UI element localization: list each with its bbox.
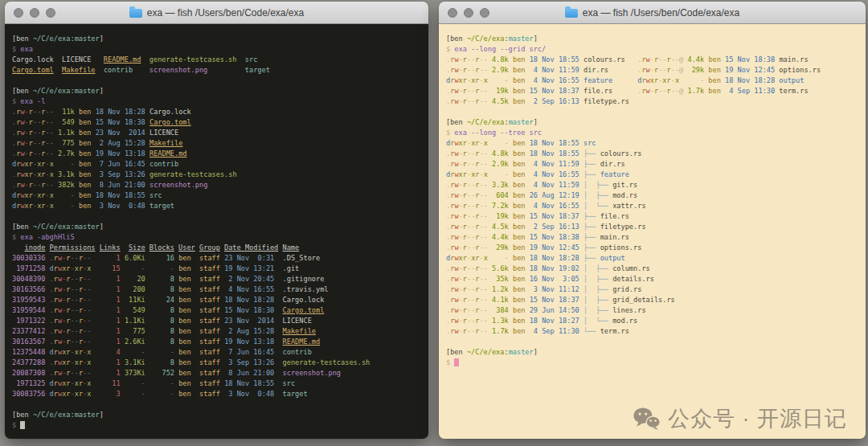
text-segment: ~/C/e/exa bbox=[467, 118, 505, 126]
text-segment: 3 Nov 0:48 bbox=[224, 390, 274, 398]
text-segment: 4 Nov 11:59 bbox=[530, 181, 579, 189]
text-segment: [ben bbox=[12, 411, 33, 419]
window-titlebar[interactable]: exa — fish /Users/ben/Code/exa/exa bbox=[439, 2, 866, 24]
text-segment: │ ├── bbox=[583, 191, 612, 199]
text-segment: ben bbox=[513, 87, 526, 95]
text-segment: 8 Jun 21:00 bbox=[96, 181, 145, 189]
text-segment: ben bbox=[513, 212, 526, 220]
text-segment: exa -abghHliS bbox=[20, 233, 74, 241]
text-segment: master bbox=[509, 35, 534, 43]
terminal-output[interactable]: [ben ~/C/e/exa:master]$ exaCargo.lock LI… bbox=[5, 24, 428, 439]
terminal-line: inode Permissions Links Size Blocks User… bbox=[12, 243, 428, 253]
terminal-line: [ben ~/C/e/exa:master] bbox=[12, 222, 428, 232]
text-segment: 4.8k bbox=[492, 55, 509, 63]
text-segment: 384 bbox=[492, 306, 509, 314]
zoom-button[interactable] bbox=[46, 8, 55, 18]
text-segment: ben bbox=[513, 223, 526, 231]
text-segment: $ bbox=[446, 129, 454, 137]
text-segment: 3 Sep 13:26 bbox=[96, 170, 145, 178]
terminal-line: .rw-r--r-- 549 ben 15 Nov 18:38 Cargo.to… bbox=[12, 117, 428, 128]
text-segment: ben bbox=[513, 139, 526, 147]
text-segment: ] bbox=[100, 223, 104, 231]
text-segment: filetype.rs bbox=[600, 223, 646, 231]
text-segment: master bbox=[75, 87, 100, 95]
text-segment: ben bbox=[513, 202, 526, 210]
text-segment: 8 Jun 21:00 bbox=[224, 369, 274, 377]
text-segment: ben bbox=[513, 306, 526, 314]
window-titlebar[interactable]: exa — fish /Users/ben/Code/exa/exa bbox=[5, 2, 428, 24]
text-segment: ben bbox=[178, 306, 191, 314]
text-segment bbox=[191, 379, 199, 387]
text-segment bbox=[207, 66, 245, 74]
text-segment: 29 Jun 14:50 bbox=[530, 306, 579, 314]
text-segment: staff bbox=[199, 317, 220, 325]
text-segment: - bbox=[58, 160, 75, 168]
text-segment: ben bbox=[513, 170, 526, 178]
text-segment: ben bbox=[513, 66, 526, 74]
terminal-line: .rw-r--r-- 4.5k ben 2 Sep 16:13 filetype… bbox=[446, 96, 866, 107]
text-segment: ├── bbox=[583, 212, 600, 220]
zoom-button[interactable] bbox=[480, 8, 489, 18]
text-segment: 18 Nov 18:28 bbox=[530, 254, 579, 262]
text-segment: mod.rs bbox=[612, 191, 637, 199]
text-segment: ben bbox=[708, 87, 721, 95]
text-segment: xattr.rs bbox=[612, 202, 645, 210]
text-segment: 4 Nov 16:55 bbox=[530, 202, 579, 210]
text-segment: 16 bbox=[149, 254, 174, 262]
text-segment bbox=[191, 369, 199, 377]
text-segment bbox=[191, 264, 199, 272]
text-segment bbox=[191, 348, 199, 356]
text-segment: ben bbox=[178, 358, 191, 366]
text-segment: staff bbox=[199, 306, 220, 314]
text-segment bbox=[91, 379, 99, 387]
text-segment: - bbox=[125, 264, 145, 272]
text-segment bbox=[91, 285, 99, 293]
text-segment: src bbox=[149, 191, 162, 199]
text-segment: 4.5k bbox=[492, 223, 509, 231]
terminal-line: Cargo.lock LICENCE README.md generate-te… bbox=[12, 55, 428, 65]
text-segment: dir.rs bbox=[600, 160, 625, 168]
close-button[interactable] bbox=[448, 8, 457, 18]
text-segment: ~/C/e/exa bbox=[33, 411, 71, 419]
text-segment: $ bbox=[12, 421, 20, 429]
close-button[interactable] bbox=[14, 8, 23, 18]
window-title: exa — fish /Users/ben/Code/exa/exa bbox=[129, 7, 304, 18]
text-segment: ben bbox=[79, 160, 92, 168]
minimize-button[interactable] bbox=[464, 8, 473, 18]
text-segment: 18 Nov 18:55 bbox=[224, 379, 274, 387]
text-segment: 1 bbox=[100, 327, 121, 335]
text-segment: 1.7k bbox=[492, 327, 509, 335]
text-segment: grid_details.rs bbox=[612, 296, 675, 304]
text-segment: 20087308 bbox=[12, 369, 45, 377]
terminal-line: 31959544 .rw-r--r-- 1 549 8 ben staff 15… bbox=[12, 305, 428, 316]
text-segment: 1 bbox=[100, 285, 121, 293]
text-segment: ben bbox=[708, 66, 721, 74]
text-segment: master bbox=[75, 35, 100, 43]
text-segment bbox=[91, 348, 99, 356]
text-segment: 24377288 bbox=[12, 358, 45, 366]
text-segment: ~/C/e/exa bbox=[467, 35, 505, 43]
terminal-line: .rw-r--r-- 3.3k ben 4 Nov 11:59 │ ├── gi… bbox=[446, 180, 866, 190]
text-segment: ben bbox=[513, 254, 526, 262]
text-segment: term.rs bbox=[779, 87, 808, 95]
terminal-line: $ bbox=[446, 358, 866, 368]
text-segment: 19k bbox=[492, 87, 509, 95]
text-segment: Cargo.lock bbox=[149, 108, 191, 116]
text-segment: - bbox=[125, 379, 145, 387]
text-segment: ben bbox=[178, 379, 191, 387]
minimize-button[interactable] bbox=[30, 8, 39, 18]
text-segment: 18 Nov 18:28 bbox=[96, 108, 145, 116]
text-segment: filetype.rs bbox=[583, 97, 629, 105]
text-segment: 775 bbox=[125, 327, 145, 335]
text-segment: 1.1k bbox=[58, 129, 75, 137]
terminal-line bbox=[12, 399, 428, 410]
text-segment: staff bbox=[199, 369, 220, 377]
text-segment bbox=[274, 317, 282, 325]
terminal-line: 30030336 .rw-r--r-- 1 6.0Ki 16 ben staff… bbox=[12, 253, 428, 264]
text-segment: 2.7k bbox=[58, 149, 75, 158]
watermark: 公众号 · 开源日记 bbox=[633, 404, 847, 433]
terminal-output[interactable]: [ben ~/C/e/exa:master]$ exa --long --gri… bbox=[439, 24, 866, 439]
text-segment: [ben bbox=[446, 118, 467, 126]
text-segment: 604 bbox=[492, 191, 509, 199]
text-segment: 5.6k bbox=[492, 264, 509, 272]
